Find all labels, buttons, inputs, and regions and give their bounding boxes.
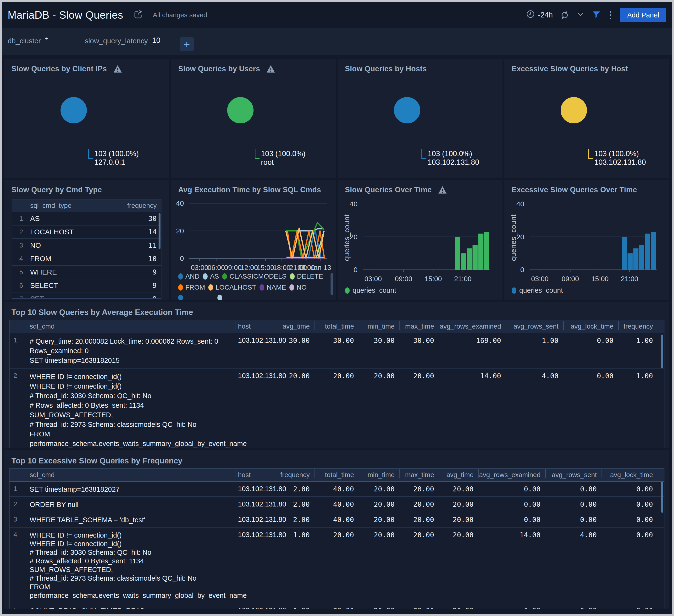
frequency-cell: 2.00	[280, 512, 315, 526]
avg-rows-examined-cell: 14.00	[478, 527, 545, 542]
dashboard-variable: slow_query_latency 10	[85, 36, 176, 47]
variable-value-input[interactable]: 10	[152, 36, 177, 47]
scrollbar-thumb[interactable]	[158, 213, 160, 249]
bar-chart[interactable]: 0204003:0009:0015:0021:00	[338, 180, 502, 299]
min-time-cell: 30.00	[359, 333, 400, 348]
scrollbar-thumb[interactable]	[661, 335, 663, 368]
add-panel-button[interactable]: Add Panel	[620, 8, 666, 22]
column-header-max-time[interactable]: max_time	[400, 323, 439, 330]
column-header-frequency[interactable]: frequency	[280, 471, 315, 479]
legend-item[interactable]: AS	[203, 273, 219, 280]
refresh-dropdown-chevron[interactable]	[577, 11, 584, 19]
donut-ring[interactable]	[61, 97, 87, 123]
column-header-min-time[interactable]: min_time	[359, 471, 400, 479]
column-header-avg-rows-examined[interactable]: avg_rows_examined	[478, 471, 545, 479]
column-header-total-time[interactable]: total_time	[315, 471, 359, 479]
filter-button[interactable]	[591, 10, 601, 20]
donut-label-connector	[255, 149, 259, 159]
more-options-button[interactable]	[608, 11, 613, 19]
column-header-avg-lock-time[interactable]: avg_lock_time	[601, 471, 664, 479]
add-variable-button[interactable]: +	[180, 37, 194, 51]
host-cell: 103.102.131.80	[236, 603, 280, 609]
column-header-sql-cmd-type[interactable]: sql_cmd_type	[30, 202, 116, 210]
column-header-avg-time[interactable]: avg_time	[280, 323, 315, 330]
legend-item[interactable]: LOCALHOST	[208, 284, 256, 291]
column-header-host[interactable]: host	[236, 471, 280, 479]
legend-item[interactable]: NAME	[259, 284, 286, 291]
donut-ring[interactable]	[561, 97, 587, 123]
column-header-avg-rows-examined[interactable]: avg_rows_examined	[439, 323, 506, 330]
legend-item[interactable]: FROM	[178, 284, 205, 291]
sql-cmd-cell: SET timestamp=1638182027	[21, 482, 236, 496]
donut-chart[interactable]: 103 (100.0%) 103.102.131.80	[504, 59, 669, 178]
legend-dot	[217, 294, 222, 299]
avg-exec-time-panel: Avg Execution Time by Slow SQL Cmds 0204…	[171, 180, 336, 299]
sql-cmd-cell: WHERE TABLE_SCHEMA = 'db_test'	[21, 512, 236, 527]
host-cell: 103.102.131.80	[236, 527, 280, 541]
column-header-avg-rows-sent[interactable]: avg_rows_sent	[545, 471, 601, 479]
total-time-cell: 40.00	[315, 512, 359, 526]
legend-item[interactable]: AND	[178, 273, 200, 280]
column-header-sql-cmd[interactable]: sql_cmd	[21, 323, 236, 330]
avg-time-cell: 20.00	[439, 497, 478, 511]
column-header-max-time[interactable]: max_time	[400, 471, 439, 479]
chart-legend[interactable]: queries_count	[512, 286, 563, 294]
panel-title: Slow Query by Cmd Type	[11, 186, 102, 194]
column-header-avg-lock-time[interactable]: avg_lock_time	[563, 323, 618, 330]
svg-text:15:00: 15:00	[257, 264, 274, 271]
share-button[interactable]	[133, 10, 143, 21]
legend-dot	[259, 284, 264, 290]
min-time-cell: 20.00	[359, 512, 400, 526]
donut-category: 103.102.131.80	[594, 158, 646, 167]
refresh-button[interactable]	[560, 10, 569, 20]
donut-ring[interactable]	[227, 97, 253, 123]
host-cell: 103.102.131.80	[236, 482, 280, 496]
scrollbar-thumb[interactable]	[331, 273, 333, 295]
bar-chart[interactable]: 0204003:0009:0015:0021:00	[504, 180, 669, 299]
avg-time-cell: 30.00	[280, 333, 315, 348]
legend-item[interactable]: CLASSICMODELS	[222, 273, 286, 280]
scrollbar-thumb[interactable]	[661, 482, 663, 513]
column-header-frequency[interactable]: frequency	[618, 323, 664, 330]
avg-rows-sent-cell: 0.00	[545, 482, 601, 496]
legend-item[interactable]: NO	[290, 284, 307, 291]
variable-label: slow_query_latency	[85, 37, 147, 47]
donut-value: 103 (100.0%)	[428, 149, 479, 158]
time-range-control[interactable]: -24h	[526, 10, 553, 21]
column-header-sql-cmd[interactable]: sql_cmd	[21, 471, 236, 479]
row-number: 7	[12, 295, 30, 298]
column-header-frequency[interactable]: frequency	[116, 201, 162, 210]
max-time-cell: 20.00	[400, 603, 439, 609]
legend-item[interactable]: DELETE	[290, 273, 323, 280]
legend-label: DELETE	[297, 273, 323, 280]
donut-chart[interactable]: 103 (100.0%) 103.102.131.80	[338, 59, 502, 178]
donut-chart[interactable]: 103 (100.0%) 127.0.0.1	[4, 59, 169, 178]
column-header-avg-rows-sent[interactable]: avg_rows_sent	[506, 323, 563, 330]
svg-text:20: 20	[350, 233, 358, 241]
donut-chart[interactable]: 103 (100.0%) root	[171, 59, 336, 178]
row-number: 3	[10, 512, 21, 526]
table-row: 4 WHERE ID != connection_id() WHERE ID !…	[10, 527, 664, 603]
avg-time-cell: 20.00	[439, 512, 478, 526]
frequency-cell: 1.00	[280, 603, 315, 609]
donut-ring[interactable]	[394, 97, 420, 123]
column-header-min-time[interactable]: min_time	[359, 323, 400, 330]
legend-label: NO	[297, 284, 307, 291]
legend-item[interactable]	[178, 294, 214, 299]
chart-legend[interactable]: queries_count	[345, 286, 396, 294]
svg-text:0: 0	[180, 254, 184, 262]
svg-text:15:00: 15:00	[425, 275, 442, 283]
table-header: sql_cmd host frequency total_time min_ti…	[10, 469, 664, 482]
legend-label: queries_count	[353, 286, 396, 294]
svg-text:20: 20	[517, 233, 524, 241]
toolbar-right: -24h	[526, 8, 666, 22]
legend-label: AND	[185, 273, 200, 280]
variable-value-input[interactable]: *	[44, 36, 69, 47]
legend-item[interactable]	[217, 294, 253, 299]
column-header-total-time[interactable]: total_time	[315, 323, 359, 330]
row-number: 3	[12, 242, 30, 249]
donut-value: 103 (100.0%)	[261, 149, 306, 158]
column-header-host[interactable]: host	[236, 323, 280, 330]
column-header-avg-time[interactable]: avg_time	[439, 471, 478, 479]
legend-dot	[178, 273, 183, 279]
